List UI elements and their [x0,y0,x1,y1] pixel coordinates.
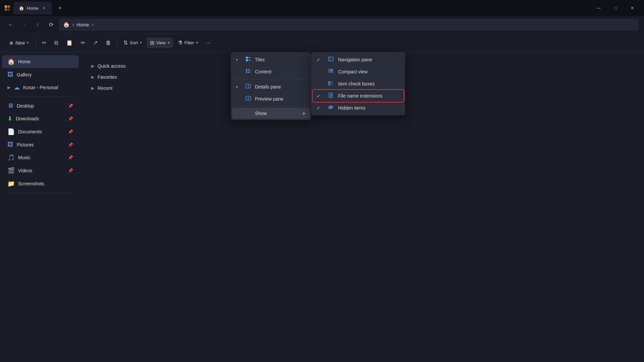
maximize-button[interactable]: □ [608,3,623,13]
show-compact-view-item[interactable]: Compact view [313,66,404,78]
compact-view-icon [327,68,335,75]
sidebar-videos-label: Videos [18,168,65,173]
view-preview-pane-item[interactable]: Preview pane [232,93,310,105]
sidebar-home-label: Home [18,59,73,64]
new-tab-button[interactable]: + [55,3,65,13]
tiles-label: Tiles [255,57,306,62]
sidebar-item-videos[interactable]: 🎬 Videos 📌 [2,164,78,177]
new-arrow-icon: ▾ [27,41,29,45]
view-show-item[interactable]: Show ▶ [232,108,310,119]
sidebar-item-downloads[interactable]: ⬇ Downloads 📌 [2,112,78,125]
more-button[interactable]: ··· [203,38,214,48]
file-ext-check-icon: ✓ [317,94,323,99]
cut-button[interactable]: ✂ [39,38,50,48]
svg-rect-22 [328,70,329,71]
address-path[interactable]: 🏠 > Home > [59,19,639,31]
sidebar: 🏠 Home 🖼 Gallery ▶ ☁ Kosar - Personal 🖥 … [0,52,80,362]
show-arrow-icon: ▶ [303,111,306,116]
sidebar-downloads-label: Downloads [16,116,65,121]
compact-view-label: Compact view [338,69,400,74]
path-separator-1: > [72,22,74,27]
gallery-sidebar-icon: 🖼 [7,71,13,78]
show-item-checkboxes-item[interactable]: Item check boxes [313,78,404,90]
copy-button[interactable]: ⧉ [51,38,61,48]
desktop-sidebar-icon: 🖥 [7,102,13,109]
hidden-items-label: Hidden items [338,105,400,111]
up-button[interactable]: ↑ [32,19,43,30]
view-label: View [156,40,166,45]
paste-button[interactable]: 📋 [63,38,76,48]
paste-icon: 📋 [66,40,73,46]
preview-pane-label: Preview pane [255,96,306,102]
view-icon: ⊞ [150,40,154,46]
show-label: Show [255,111,300,116]
svg-rect-4 [246,57,248,59]
share-button[interactable]: ↗ [90,38,101,48]
show-file-extensions-item[interactable]: ✓ File name extensions [313,90,404,102]
sort-icon: ⇅ [123,40,128,46]
view-content-item[interactable]: Content [232,66,310,78]
show-nav-pane-item[interactable]: ✓ Navigation pane [313,54,404,66]
hidden-items-check-icon: ✓ [317,106,323,111]
svg-rect-9 [248,69,251,70]
desktop-pin-icon: 📌 [68,104,73,108]
sidebar-desktop-label: Desktop [17,103,65,109]
sidebar-item-documents[interactable]: 📄 Documents 📌 [2,125,78,138]
forward-button[interactable]: → [19,19,30,30]
view-tiles-item[interactable]: • Tiles [232,54,310,66]
svg-rect-7 [249,60,251,61]
tab-home-icon: 🏠 [19,6,24,11]
sort-arrow-icon: ▾ [140,41,142,45]
nav-pane-check-icon: ✓ [317,57,323,62]
sidebar-pictures-label: Pictures [17,142,65,147]
rename-button[interactable]: ✏ [77,38,89,48]
svg-rect-24 [328,72,329,72]
active-tab[interactable]: 🏠 Home ✕ [13,2,52,14]
svg-rect-20 [328,69,329,70]
view-button[interactable]: ⊞ View ▾ [147,38,173,48]
details-pane-check-icon: • [236,84,241,89]
close-button[interactable]: ✕ [625,3,640,13]
back-button[interactable]: ← [5,19,16,30]
sidebar-item-home[interactable]: 🏠 Home [2,55,78,68]
kosar-chevron-icon: ▶ [7,85,10,90]
view-details-pane-item[interactable]: • Details pane [232,81,310,93]
details-pane-icon [245,83,252,90]
favorites-chevron-icon: ▶ [91,75,94,79]
svg-rect-6 [249,57,251,58]
copy-icon: ⧉ [54,40,58,46]
new-icon: ⊕ [9,40,13,46]
minimize-button[interactable]: — [591,3,606,13]
sidebar-item-gallery[interactable]: 🖼 Gallery [2,68,78,81]
sidebar-divider-1 [4,97,76,97]
svg-rect-25 [330,72,333,72]
refresh-button[interactable]: ⟳ [46,19,56,30]
toolbar-separator-1 [36,39,36,47]
sidebar-gallery-label: Gallery [17,72,73,77]
sort-button[interactable]: ⇅ Sort ▾ [120,38,145,48]
view-sep-2 [232,106,310,107]
content-icon [245,68,252,75]
sidebar-screenshots-label: Screenshots [18,181,73,186]
svg-rect-23 [330,70,333,71]
filter-button[interactable]: ⚗ Filter ▾ [174,38,202,48]
sidebar-item-pictures[interactable]: 🖼 Pictures 📌 [2,138,78,151]
pictures-pin-icon: 📌 [68,142,73,147]
sidebar-divider-2 [4,193,76,193]
tab-close-button[interactable]: ✕ [41,5,47,11]
share-icon: ↗ [93,40,98,46]
show-dropdown: ✓ Navigation pane [311,52,405,115]
sidebar-music-label: Music [18,155,65,160]
sidebar-item-kosar[interactable]: ▶ ☁ Kosar - Personal [2,81,78,94]
sidebar-item-screenshots[interactable]: 📁 Screenshots [2,177,78,190]
svg-rect-0 [5,5,7,8]
show-hidden-items-item[interactable]: ✓ Hidden items [313,102,404,114]
sidebar-item-music[interactable]: 🎵 Music 📌 [2,151,78,164]
new-button[interactable]: ⊕ New ▾ [5,38,33,48]
documents-sidebar-icon: 📄 [7,128,15,135]
sidebar-item-desktop[interactable]: 🖥 Desktop 📌 [2,100,78,112]
filter-arrow-icon: ▾ [196,41,198,45]
view-dropdown: • Tiles [231,52,311,120]
delete-button[interactable]: 🗑 [102,38,114,48]
tiles-icon [245,56,252,63]
